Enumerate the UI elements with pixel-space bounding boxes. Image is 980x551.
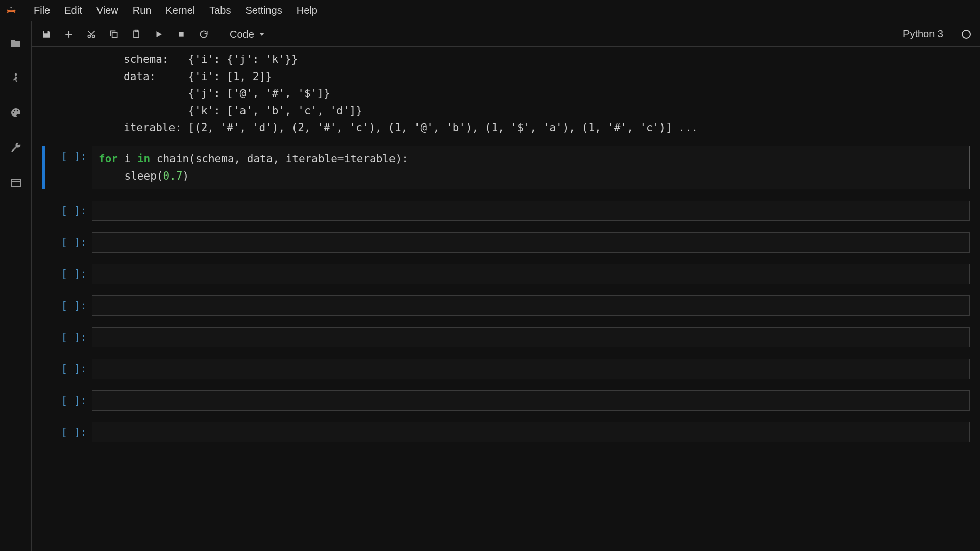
jupyter-logo-icon[interactable] bbox=[4, 4, 18, 18]
cell-type-select[interactable]: Code bbox=[226, 27, 268, 42]
content-column: Code Python 3 schema: {'i': {'j': 'k'}} … bbox=[32, 21, 980, 551]
notebook-toolbar: Code Python 3 bbox=[32, 21, 980, 47]
cut-icon[interactable] bbox=[86, 29, 97, 40]
menu-kernel[interactable]: Kernel bbox=[158, 1, 202, 20]
main-area: Code Python 3 schema: {'i': {'j': 'k'}} … bbox=[0, 21, 980, 551]
cell-input[interactable] bbox=[92, 390, 970, 411]
svg-rect-11 bbox=[179, 32, 183, 36]
cell-input[interactable]: for i in chain(schema, data, iterable=it… bbox=[92, 146, 970, 189]
palette-icon[interactable] bbox=[9, 106, 22, 119]
cell-marker bbox=[42, 422, 45, 442]
copy-icon[interactable] bbox=[108, 29, 119, 40]
svg-point-0 bbox=[10, 6, 12, 8]
menu-file[interactable]: File bbox=[27, 1, 57, 20]
svg-rect-5 bbox=[11, 179, 20, 186]
code-token: 0.7 bbox=[163, 170, 182, 182]
cell-input[interactable] bbox=[92, 422, 970, 442]
kernel-name[interactable]: Python 3 bbox=[903, 28, 943, 40]
restart-icon[interactable] bbox=[198, 29, 209, 40]
cell-marker bbox=[42, 359, 45, 379]
code-token: i bbox=[118, 153, 137, 165]
running-icon[interactable] bbox=[9, 71, 22, 85]
code-token: iterable): bbox=[344, 153, 408, 165]
cell-prompt: [ ]: bbox=[46, 232, 92, 253]
cell-prompt: [ ]: bbox=[46, 390, 92, 411]
code-cell[interactable]: [ ]: bbox=[42, 201, 970, 221]
menu-run[interactable]: Run bbox=[126, 1, 159, 20]
code-token: chain(schema, data, iterable bbox=[150, 153, 337, 165]
cell-marker bbox=[42, 295, 45, 316]
code-cell[interactable]: [ ]:for i in chain(schema, data, iterabl… bbox=[42, 146, 970, 189]
cell-output: schema: {'i': {'j': 'k'}} data: {'i': [1… bbox=[42, 51, 970, 137]
cell-marker bbox=[42, 327, 45, 347]
menu-view[interactable]: View bbox=[89, 1, 126, 20]
code-cell[interactable]: [ ]: bbox=[42, 359, 970, 379]
svg-point-4 bbox=[16, 110, 18, 112]
svg-point-2 bbox=[12, 112, 14, 114]
cell-prompt: [ ]: bbox=[46, 201, 92, 221]
cell-marker bbox=[42, 232, 45, 253]
code-token: ) bbox=[182, 170, 189, 182]
add-cell-icon[interactable] bbox=[63, 29, 75, 40]
menu-settings[interactable]: Settings bbox=[238, 1, 289, 20]
left-sidebar bbox=[0, 21, 32, 551]
cell-input[interactable] bbox=[92, 359, 970, 379]
cell-prompt: [ ]: bbox=[46, 327, 92, 347]
cell-input[interactable] bbox=[92, 327, 970, 347]
cell-marker bbox=[42, 146, 45, 189]
cell-marker bbox=[42, 201, 45, 221]
menu-help[interactable]: Help bbox=[289, 1, 325, 20]
stop-icon[interactable] bbox=[176, 29, 187, 40]
folder-icon[interactable] bbox=[9, 37, 22, 50]
code-cell[interactable]: [ ]: bbox=[42, 295, 970, 316]
code-cell[interactable]: [ ]: bbox=[42, 232, 970, 253]
cell-input[interactable] bbox=[92, 201, 970, 221]
cell-prompt: [ ]: bbox=[46, 264, 92, 284]
code-token: for bbox=[99, 153, 118, 165]
code-token: in bbox=[137, 153, 150, 165]
menu-edit[interactable]: Edit bbox=[57, 1, 89, 20]
svg-point-1 bbox=[14, 73, 16, 76]
paste-icon[interactable] bbox=[131, 29, 142, 40]
cell-prompt: [ ]: bbox=[46, 146, 92, 189]
code-cell[interactable]: [ ]: bbox=[42, 264, 970, 284]
svg-point-3 bbox=[14, 110, 15, 112]
svg-rect-8 bbox=[112, 32, 117, 37]
menubar: FileEditViewRunKernelTabsSettingsHelp bbox=[0, 0, 980, 21]
kernel-status-icon[interactable] bbox=[962, 30, 971, 39]
code-token: = bbox=[337, 153, 344, 165]
cell-prompt: [ ]: bbox=[46, 422, 92, 442]
run-icon[interactable] bbox=[153, 29, 164, 40]
code-cell[interactable]: [ ]: bbox=[42, 327, 970, 347]
cell-marker bbox=[42, 390, 45, 411]
code-token: sleep( bbox=[99, 170, 163, 182]
cell-prompt: [ ]: bbox=[46, 359, 92, 379]
cell-prompt: [ ]: bbox=[46, 295, 92, 316]
menu-tabs[interactable]: Tabs bbox=[202, 1, 238, 20]
wrench-icon[interactable] bbox=[9, 141, 22, 154]
cell-input[interactable] bbox=[92, 295, 970, 316]
tabs-icon[interactable] bbox=[9, 176, 22, 189]
cell-input[interactable] bbox=[92, 264, 970, 284]
cell-marker bbox=[42, 264, 45, 284]
cell-input[interactable] bbox=[92, 232, 970, 253]
code-cell[interactable]: [ ]: bbox=[42, 422, 970, 442]
code-cell[interactable]: [ ]: bbox=[42, 390, 970, 411]
notebook-area[interactable]: schema: {'i': {'j': 'k'}} data: {'i': [1… bbox=[32, 47, 980, 551]
save-icon[interactable] bbox=[41, 29, 52, 40]
